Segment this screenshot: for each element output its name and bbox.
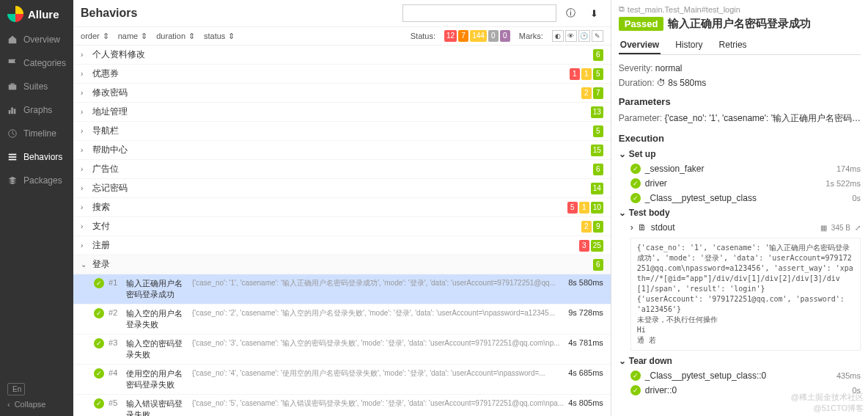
chevron-down-icon: ⌄	[619, 149, 626, 159]
layers-icon	[7, 175, 18, 186]
body-toggle[interactable]: ⌄Test body	[619, 205, 861, 220]
clock-icon: ⏱	[657, 78, 666, 88]
group-row[interactable]: ›广告位6	[73, 160, 611, 179]
svg-rect-4	[14, 109, 16, 114]
sort-duration[interactable]: duration ⇕	[156, 32, 195, 41]
home-icon	[7, 34, 18, 45]
tabs: Overview History Retries	[619, 37, 861, 55]
download-icon[interactable]: ⬇	[586, 4, 603, 22]
svg-rect-8	[9, 159, 17, 161]
chevron-down-icon: ⌄	[619, 356, 626, 366]
nav-packages[interactable]: Packages	[0, 169, 73, 192]
parameters-heading: Parameters	[619, 96, 861, 107]
file-icon: 🗎	[638, 222, 647, 233]
group-row[interactable]: ›忘记密码14	[73, 179, 611, 198]
lang-button[interactable]: En	[7, 383, 25, 395]
search-input[interactable]	[402, 4, 556, 22]
nav-categories[interactable]: Categories	[0, 51, 73, 75]
group-row[interactable]: ›地址管理13	[73, 103, 611, 122]
clock-icon	[7, 128, 18, 139]
teardown-toggle[interactable]: ⌄Tear down	[619, 354, 861, 368]
group-row[interactable]: ›帮助中心15	[73, 141, 611, 160]
info-icon[interactable]: ⓘ	[562, 4, 580, 22]
marks-filter[interactable]: ◐👁🕑✎	[552, 30, 603, 42]
size-icon: ▦	[820, 224, 827, 232]
nav-timeline[interactable]: Timeline	[0, 122, 73, 145]
group-row[interactable]: ›修改密码27	[73, 84, 611, 103]
group-row[interactable]: ›注册325	[73, 236, 611, 255]
chevron-right-icon: ›	[630, 222, 633, 233]
svg-rect-6	[9, 154, 17, 156]
sort-name[interactable]: name ⇕	[118, 32, 148, 41]
nav-overview[interactable]: Overview	[0, 28, 73, 51]
svg-rect-1	[10, 84, 14, 85]
test-case-row[interactable]: ✓#4使用空的用户名密码登录失败{'case_no': '4', 'casena…	[73, 365, 611, 395]
app-name: Allure	[28, 8, 59, 21]
svg-rect-7	[9, 156, 17, 158]
test-case-row[interactable]: ✓#2输入空的用户名登录失败{'case_no': '2', 'casename…	[73, 304, 611, 335]
nav-graphs[interactable]: Graphs	[0, 98, 73, 122]
group-row[interactable]: ›搜索5110	[73, 198, 611, 217]
tab-overview[interactable]: Overview	[619, 37, 661, 54]
tree[interactable]: ›个人资料修改6›优惠券115›修改密码27›地址管理13›导航栏5›帮助中心1…	[73, 45, 611, 416]
test-case-row[interactable]: ✓#5输入错误密码登录失败{'case_no': '5', 'casename'…	[73, 395, 611, 416]
stdout-attachment[interactable]: › 🗎 stdout ▦345 B⤢	[619, 220, 861, 235]
nav-suites[interactable]: Suites	[0, 75, 73, 98]
chart-icon	[7, 105, 18, 115]
page-title: Behaviors	[81, 7, 137, 20]
tab-retries[interactable]: Retries	[718, 37, 749, 54]
sort-status[interactable]: status ⇕	[204, 32, 235, 41]
status-label: Status:	[411, 32, 435, 40]
sidebar: Allure Overview Categories Suites Graphs…	[0, 0, 73, 416]
test-title: 输入正确用户名密码登录成功	[668, 17, 811, 31]
execution-heading: Execution	[619, 133, 861, 144]
chevron-down-icon: ⌄	[619, 208, 626, 218]
collapse-button[interactable]: ‹Collapse	[7, 400, 66, 409]
step-row[interactable]: ✓_Class__pytest_setup_class0s	[619, 191, 861, 205]
tree-panel: Behaviors ⓘ ⬇ order ⇕ name ⇕ duration ⇕ …	[73, 0, 611, 416]
svg-rect-3	[11, 108, 13, 114]
svg-rect-2	[9, 110, 11, 114]
list-icon	[7, 152, 18, 162]
step-row[interactable]: ✓_session_faker174ms	[619, 161, 861, 176]
setup-toggle[interactable]: ⌄Set up	[619, 147, 861, 161]
chevron-left-icon: ‹	[7, 400, 10, 409]
breadcrumb: ⧉test_main.Test_Main#test_login	[619, 4, 861, 14]
stdout-content: {'case_no': '1', 'casename': '输入正确用户名密码登…	[630, 238, 861, 351]
link-icon: ⧉	[619, 4, 625, 14]
status-filter[interactable]: 12714400	[444, 30, 510, 42]
group-row[interactable]: ›个人资料修改6	[73, 45, 611, 65]
test-case-row[interactable]: ✓#1输入正确用户名密码登录成功{'case_no': '1', 'casena…	[73, 274, 611, 304]
logo-icon	[7, 6, 23, 22]
duration: Duration: ⏱ 8s 580ms	[619, 76, 861, 90]
parameter-row: Parameter: {'case_no': '1', 'casename': …	[619, 110, 861, 127]
sort-order[interactable]: order ⇕	[81, 32, 109, 41]
marks-label: Marks:	[519, 32, 543, 40]
flag-icon	[7, 58, 18, 68]
watermark: @稀土掘金技术社区@51CTO博客	[791, 392, 864, 413]
sort-toolbar: order ⇕ name ⇕ duration ⇕ status ⇕ Statu…	[73, 27, 611, 45]
group-row[interactable]: ›支付29	[73, 217, 611, 236]
step-row[interactable]: ✓_Class__pytest_setup_class::0435ms	[619, 368, 861, 383]
detail-panel: ⧉test_main.Test_Main#test_login Passed 输…	[611, 0, 868, 416]
logo: Allure	[0, 0, 73, 28]
group-row[interactable]: ›优惠券115	[73, 65, 611, 84]
group-row[interactable]: ⌄登录6	[73, 255, 611, 274]
suitcase-icon	[7, 81, 18, 92]
step-row[interactable]: ✓driver1s 522ms	[619, 176, 861, 191]
status-badge: Passed	[619, 17, 664, 31]
tab-history[interactable]: History	[674, 37, 704, 54]
svg-rect-0	[9, 84, 17, 90]
expand-icon: ⤢	[855, 224, 861, 232]
nav-behaviors[interactable]: Behaviors	[0, 145, 73, 169]
severity: Severity: normal	[619, 61, 861, 76]
test-case-row[interactable]: ✓#3输入空的密码登录失败{'case_no': '3', 'casename'…	[73, 335, 611, 365]
group-row[interactable]: ›导航栏5	[73, 122, 611, 141]
